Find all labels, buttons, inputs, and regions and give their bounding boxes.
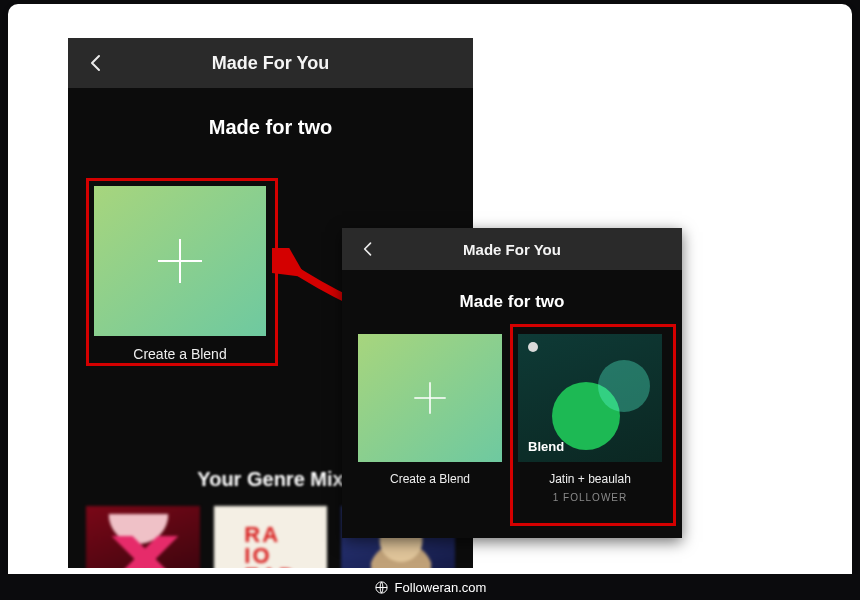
globe-icon bbox=[374, 580, 389, 595]
screenshot-right: Made For You Made for two Create a Blend… bbox=[342, 228, 682, 538]
create-blend-art bbox=[358, 334, 502, 462]
create-blend-label: Create a Blend bbox=[94, 346, 266, 362]
browser-content-frame: Made For You Made for two Create a Blend… bbox=[8, 4, 852, 584]
back-arrow-icon[interactable] bbox=[84, 51, 108, 75]
blend-playlist-tile[interactable]: Blend Jatin + beaulah 1 FOLLOWER bbox=[518, 334, 662, 503]
header-title: Made For You bbox=[342, 241, 682, 258]
section-title-made-for-two: Made for two bbox=[342, 292, 682, 312]
blend-tile-subtitle: Jatin + beaulah bbox=[518, 472, 662, 486]
create-blend-label: Create a Blend bbox=[358, 472, 502, 486]
back-arrow-icon[interactable] bbox=[358, 239, 378, 259]
page-footer: Followeran.com bbox=[0, 574, 860, 600]
app-header: Made For You bbox=[68, 38, 473, 88]
plus-icon bbox=[152, 233, 208, 289]
header-title: Made For You bbox=[68, 53, 473, 74]
made-for-two-row: Create a Blend Blend Jatin + beaulah 1 F… bbox=[358, 334, 666, 503]
create-blend-art bbox=[94, 186, 266, 336]
plus-icon bbox=[408, 376, 452, 420]
radiohead-art-text: RAIOEAD bbox=[244, 525, 296, 568]
section-title-made-for-two: Made for two bbox=[68, 116, 473, 139]
blend-art-caption: Blend bbox=[528, 439, 564, 454]
blend-art: Blend bbox=[518, 334, 662, 462]
app-header: Made For You bbox=[342, 228, 682, 270]
blend-followers: 1 FOLLOWER bbox=[518, 492, 662, 503]
footer-brand: Followeran.com bbox=[395, 580, 487, 595]
create-blend-tile[interactable]: Create a Blend bbox=[94, 186, 266, 362]
genre-tile-pop[interactable]: Pop Mix bbox=[86, 506, 200, 568]
genre-tile-rock[interactable]: RAIOEAD Rock Mix bbox=[214, 506, 328, 568]
create-blend-tile[interactable]: Create a Blend bbox=[358, 334, 502, 503]
